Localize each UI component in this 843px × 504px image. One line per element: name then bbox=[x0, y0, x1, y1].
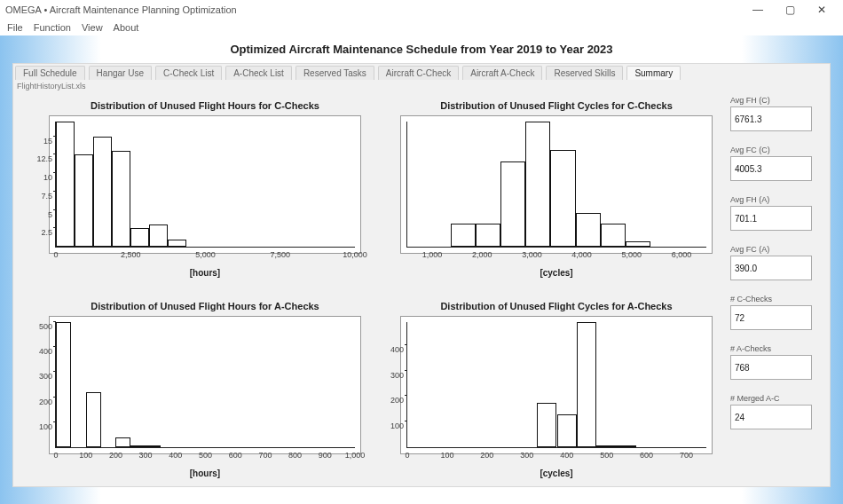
y-tick-mark bbox=[405, 395, 407, 396]
metric-value[interactable] bbox=[730, 405, 812, 429]
y-tick-label: 100 bbox=[381, 421, 404, 430]
chart-fh-c: Distribution of Unused Flight Hours for … bbox=[49, 115, 361, 254]
x-tick-label: 600 bbox=[640, 451, 653, 460]
metric-value[interactable] bbox=[730, 256, 812, 280]
metric-avg-fh-a: Avg FH (A) bbox=[730, 195, 826, 231]
histogram-bar bbox=[476, 224, 500, 247]
x-tick-label: 300 bbox=[139, 451, 153, 460]
metric-merged-ac: # Merged A-C bbox=[730, 394, 826, 429]
histogram-bar bbox=[168, 240, 186, 247]
histogram-bar bbox=[577, 322, 596, 447]
x-tick-label: 10,000 bbox=[343, 250, 367, 259]
metric-avg-fh-c: Avg FH (C) bbox=[730, 96, 826, 131]
metric-label: Avg FH (A) bbox=[730, 195, 826, 204]
y-tick-label: 200 bbox=[29, 398, 52, 406]
chart-title: Distribution of Unused Flight Hours for … bbox=[50, 100, 360, 111]
y-tick-label: 200 bbox=[381, 396, 404, 405]
metric-value[interactable] bbox=[730, 305, 812, 330]
x-tick-label: 4,000 bbox=[571, 250, 592, 259]
x-axis-label: [cycles] bbox=[401, 268, 712, 278]
plot-area: 1002003004005000100200300400500600700800… bbox=[55, 322, 355, 448]
x-tick-label: 6,000 bbox=[672, 250, 692, 259]
y-tick-label: 15 bbox=[29, 137, 52, 146]
histogram-bar bbox=[115, 437, 130, 447]
x-axis-label: [hours] bbox=[50, 469, 360, 478]
x-tick-label: 0 bbox=[405, 451, 409, 460]
histogram-bar bbox=[93, 137, 112, 247]
y-tick-mark bbox=[53, 321, 56, 322]
y-tick-label: 7.5 bbox=[29, 192, 52, 201]
x-tick-label: 5,000 bbox=[195, 250, 216, 259]
tab-aircraft-c-check[interactable]: Aircraft C-Check bbox=[378, 66, 459, 80]
tab-c-check-list[interactable]: C-Check List bbox=[155, 66, 222, 80]
plot-area: 1002003004000100200300400500600700 bbox=[406, 322, 706, 448]
menu-function[interactable]: Function bbox=[34, 22, 71, 33]
menu-view[interactable]: View bbox=[82, 22, 103, 33]
tab-a-check-list[interactable]: A-Check List bbox=[225, 66, 292, 80]
histogram-bar bbox=[596, 445, 616, 447]
x-tick-label: 400 bbox=[560, 451, 573, 460]
metric-avg-fc-c: Avg FC (C) bbox=[730, 146, 826, 181]
histogram-bar bbox=[557, 414, 577, 447]
histogram-bar bbox=[56, 322, 71, 447]
metric-value[interactable] bbox=[730, 156, 812, 181]
y-tick-mark bbox=[53, 346, 56, 347]
metric-label: # A-Checks bbox=[730, 344, 826, 353]
file-caption: FlightHistoryList.xls bbox=[13, 80, 830, 92]
y-tick-label: 12.5 bbox=[29, 154, 52, 163]
x-tick-label: 7,500 bbox=[270, 250, 290, 259]
metric-value[interactable] bbox=[730, 206, 812, 231]
y-tick-mark bbox=[53, 209, 56, 210]
x-tick-label: 100 bbox=[79, 451, 92, 460]
chart-title: Distribution of Unused Flight Cycles for… bbox=[401, 100, 712, 111]
metric-value[interactable] bbox=[730, 355, 812, 380]
x-tick-label: 100 bbox=[440, 451, 453, 460]
histogram-bar bbox=[112, 151, 130, 247]
maximize-button[interactable]: ▢ bbox=[774, 4, 806, 16]
x-tick-label: 700 bbox=[258, 451, 272, 460]
tab-reserved-tasks[interactable]: Reserved Tasks bbox=[295, 66, 374, 80]
minimize-button[interactable]: — bbox=[742, 4, 774, 16]
x-tick-label: 400 bbox=[169, 451, 182, 460]
y-tick-label: 2.5 bbox=[29, 228, 52, 237]
y-tick-mark bbox=[53, 421, 56, 422]
histogram-bar bbox=[130, 228, 149, 247]
y-tick-mark bbox=[53, 397, 56, 398]
chart-fh-a: Distribution of Unused Flight Hours for … bbox=[49, 316, 361, 454]
x-tick-label: 500 bbox=[199, 451, 212, 460]
histogram-bar bbox=[601, 224, 626, 247]
y-tick-mark bbox=[53, 227, 56, 228]
histogram-bar bbox=[149, 224, 168, 247]
x-tick-label: 700 bbox=[680, 451, 693, 460]
tab-full-schedule[interactable]: Full Schedule bbox=[15, 66, 85, 80]
x-tick-label: 600 bbox=[229, 451, 242, 460]
histogram-bar bbox=[537, 403, 556, 447]
x-tick-label: 200 bbox=[480, 451, 493, 460]
x-tick-label: 1,000 bbox=[345, 451, 366, 460]
metric-label: Avg FC (A) bbox=[730, 245, 826, 254]
metric-value[interactable] bbox=[730, 106, 812, 131]
x-tick-label: 0 bbox=[53, 250, 58, 259]
x-tick-label: 2,500 bbox=[121, 250, 141, 259]
histogram-bar bbox=[75, 154, 93, 247]
tab-summary[interactable]: Summary bbox=[626, 66, 681, 80]
histogram-bar bbox=[550, 150, 575, 247]
metric-c-checks: # C-Checks bbox=[730, 295, 826, 330]
y-tick-label: 400 bbox=[29, 347, 52, 356]
tab-aircraft-a-check[interactable]: Aircraft A-Check bbox=[462, 66, 542, 80]
histogram-bar bbox=[617, 445, 636, 447]
tab-hangar-use[interactable]: Hangar Use bbox=[89, 66, 152, 80]
chart-fc-c: Distribution of Unused Flight Cycles for… bbox=[400, 115, 713, 254]
histogram-bar bbox=[146, 445, 161, 447]
tab-reserved-skills[interactable]: Reserved Skills bbox=[546, 66, 623, 80]
x-tick-label: 5,000 bbox=[621, 250, 642, 259]
y-tick-label: 300 bbox=[29, 372, 52, 381]
menu-file[interactable]: File bbox=[7, 22, 23, 33]
metric-a-checks: # A-Checks bbox=[730, 344, 826, 380]
menu-about[interactable]: About bbox=[114, 22, 139, 33]
metric-avg-fc-a: Avg FC (A) bbox=[730, 245, 826, 280]
close-button[interactable]: ✕ bbox=[806, 4, 838, 16]
y-tick-mark bbox=[53, 154, 56, 154]
summary-panel: Full Schedule Hangar Use C-Check List A-… bbox=[12, 63, 831, 487]
menubar: File Function View About bbox=[0, 20, 843, 35]
